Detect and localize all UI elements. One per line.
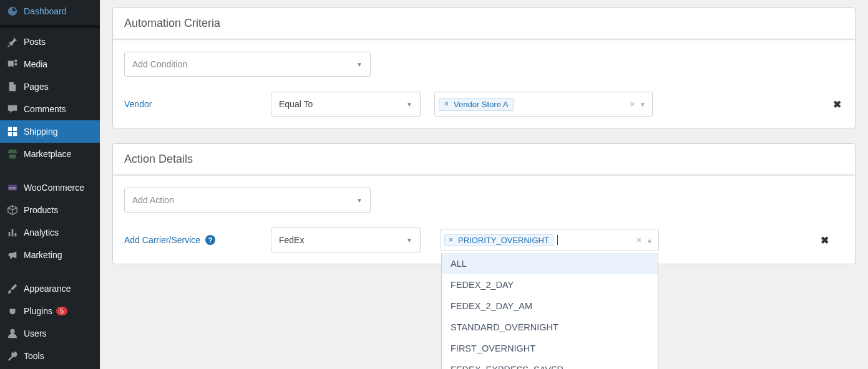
add-condition-select[interactable]: Add Condition ▼ bbox=[124, 52, 371, 77]
tag-label: Vendor Store A bbox=[454, 100, 508, 109]
text-cursor bbox=[557, 235, 558, 245]
remove-action-button[interactable]: ✖ bbox=[818, 234, 831, 246]
selected-tag: × PRIORITY_OVERNIGHT bbox=[444, 234, 553, 246]
sidebar-item-label: Pages bbox=[24, 82, 49, 92]
sidebar-item-media[interactable]: Media bbox=[0, 53, 100, 75]
clear-icon[interactable]: × bbox=[627, 99, 637, 109]
row-right: × PRIORITY_OVERNIGHT × ▲ ALL FEDEX_2_DAY… bbox=[421, 229, 844, 251]
marketplace-icon bbox=[6, 148, 19, 160]
condition-label: Vendor bbox=[124, 99, 271, 109]
action-details-panel: Action Details Add Action ▼ Add Carrier/… bbox=[112, 143, 856, 264]
sidebar-item-label: Products bbox=[24, 205, 58, 215]
sidebar-item-plugins[interactable]: Plugins 5 bbox=[0, 300, 100, 322]
sidebar-item-label: WooCommerce bbox=[24, 183, 84, 193]
products-icon bbox=[6, 204, 19, 216]
dropdown-option[interactable]: ALL bbox=[442, 253, 658, 274]
tag-label: PRIORITY_OVERNIGHT bbox=[458, 236, 549, 245]
panel-body: Add Action ▼ Add Carrier/Service ? FedEx… bbox=[113, 176, 855, 264]
dashboard-icon bbox=[6, 5, 19, 17]
sidebar-spacer bbox=[0, 266, 100, 277]
sidebar-item-posts[interactable]: Posts bbox=[0, 31, 100, 53]
media-icon bbox=[6, 58, 19, 70]
help-icon[interactable]: ? bbox=[205, 235, 215, 245]
sidebar-item-label: Marketing bbox=[24, 250, 62, 260]
chevron-down-icon: ▼ bbox=[406, 237, 412, 244]
action-label-text: Add Carrier/Service bbox=[124, 235, 200, 245]
sidebar-item-tools[interactable]: Tools bbox=[0, 345, 100, 367]
sidebar-item-label: Appearance bbox=[24, 284, 71, 294]
panel-header: Action Details bbox=[113, 144, 855, 175]
service-dropdown: ALL FEDEX_2_DAY FEDEX_2_DAY_AM STANDARD_… bbox=[441, 253, 658, 369]
svg-point-2 bbox=[10, 329, 14, 333]
action-row: Add Carrier/Service ? FedEx ▼ × PRIORITY… bbox=[124, 228, 844, 252]
sidebar-item-label: Marketplace bbox=[24, 149, 71, 159]
remove-tag-icon[interactable]: × bbox=[446, 236, 456, 244]
sidebar-separator bbox=[0, 25, 100, 28]
sidebar-item-label: Tools bbox=[24, 351, 44, 361]
remove-tag-icon[interactable]: × bbox=[442, 100, 451, 108]
service-multiselect[interactable]: × PRIORITY_OVERNIGHT × ▲ ALL FEDEX_2_DAY… bbox=[441, 229, 659, 251]
select-value: Equal To bbox=[279, 99, 313, 109]
brush-icon bbox=[6, 282, 19, 295]
sidebar-item-label: Plugins bbox=[24, 306, 52, 316]
shipping-icon bbox=[6, 125, 19, 138]
select-value: FedEx bbox=[279, 235, 304, 245]
dropdown-option[interactable]: FEDEX_2_DAY_AM bbox=[442, 295, 658, 317]
chevron-down-icon[interactable]: ▼ bbox=[637, 101, 648, 108]
sidebar-item-label: Analytics bbox=[24, 228, 59, 237]
chevron-down-icon: ▼ bbox=[356, 61, 363, 68]
woocommerce-icon: woo bbox=[6, 181, 19, 194]
sidebar-item-marketing[interactable]: Marketing bbox=[0, 244, 100, 266]
automation-criteria-panel: Automation Criteria Add Condition ▼ Vend… bbox=[112, 7, 856, 128]
chevron-up-icon[interactable]: ▲ bbox=[644, 237, 655, 244]
sidebar-item-woocommerce[interactable]: woo WooCommerce bbox=[0, 176, 100, 199]
clear-icon[interactable]: × bbox=[634, 235, 644, 245]
sidebar-item-users[interactable]: Users bbox=[0, 322, 100, 345]
sidebar-item-dashboard[interactable]: Dashboard bbox=[0, 0, 100, 22]
condition-row: Vendor Equal To ▼ × Vendor Store A × ▼ bbox=[124, 92, 844, 117]
pages-icon bbox=[6, 80, 19, 93]
sidebar-item-label: Comments bbox=[24, 104, 66, 114]
pin-icon bbox=[6, 36, 19, 48]
select-placeholder: Add Action bbox=[132, 195, 174, 205]
carrier-select[interactable]: FedEx ▼ bbox=[271, 228, 421, 252]
sidebar-item-pages[interactable]: Pages bbox=[0, 75, 100, 98]
sidebar-spacer bbox=[0, 165, 100, 176]
sidebar-item-marketplace[interactable]: Marketplace bbox=[0, 143, 100, 165]
row-right: × Vendor Store A × ▼ ✖ bbox=[421, 92, 844, 117]
sidebar-item-label: Users bbox=[24, 328, 47, 338]
marketing-icon bbox=[6, 249, 19, 261]
sidebar-item-label: Shipping bbox=[24, 127, 58, 137]
tools-icon bbox=[6, 350, 19, 362]
dropdown-option[interactable]: FIRST_OVERNIGHT bbox=[442, 338, 658, 359]
sidebar-item-comments[interactable]: Comments bbox=[0, 98, 100, 120]
operator-select[interactable]: Equal To ▼ bbox=[271, 92, 421, 117]
select-placeholder: Add Condition bbox=[132, 59, 187, 69]
panel-title: Automation Criteria bbox=[124, 17, 844, 30]
panel-header: Automation Criteria bbox=[113, 8, 855, 39]
svg-text:woo: woo bbox=[8, 186, 17, 190]
remove-condition-button[interactable]: ✖ bbox=[831, 98, 844, 110]
plug-icon bbox=[6, 305, 19, 317]
admin-sidebar: Dashboard Posts Media Pages Comments Shi… bbox=[0, 0, 100, 369]
sidebar-item-label: Media bbox=[24, 59, 47, 69]
sidebar-item-analytics[interactable]: Analytics bbox=[0, 221, 100, 244]
vendor-value-select[interactable]: × Vendor Store A × ▼ bbox=[434, 92, 653, 117]
add-action-select[interactable]: Add Action ▼ bbox=[124, 188, 371, 213]
chevron-down-icon: ▼ bbox=[356, 197, 363, 204]
comments-icon bbox=[6, 103, 19, 115]
selected-tag: × Vendor Store A bbox=[439, 98, 514, 111]
dropdown-option[interactable]: FEDEX_2_DAY bbox=[442, 274, 658, 295]
plugin-update-badge: 5 bbox=[56, 307, 67, 315]
sidebar-item-products[interactable]: Products bbox=[0, 199, 100, 221]
users-icon bbox=[6, 327, 19, 340]
dropdown-option[interactable]: STANDARD_OVERNIGHT bbox=[442, 317, 658, 338]
sidebar-item-shipping[interactable]: Shipping bbox=[0, 120, 100, 143]
dropdown-option[interactable]: FEDEX_EXPRESS_SAVER bbox=[442, 359, 658, 369]
main-content: Automation Criteria Add Condition ▼ Vend… bbox=[100, 0, 868, 369]
panel-body: Add Condition ▼ Vendor Equal To ▼ × Vend… bbox=[113, 41, 855, 128]
analytics-icon bbox=[6, 226, 19, 239]
sidebar-item-label: Posts bbox=[24, 37, 46, 47]
sidebar-item-appearance[interactable]: Appearance bbox=[0, 277, 100, 300]
sidebar-item-label: Dashboard bbox=[24, 6, 67, 16]
